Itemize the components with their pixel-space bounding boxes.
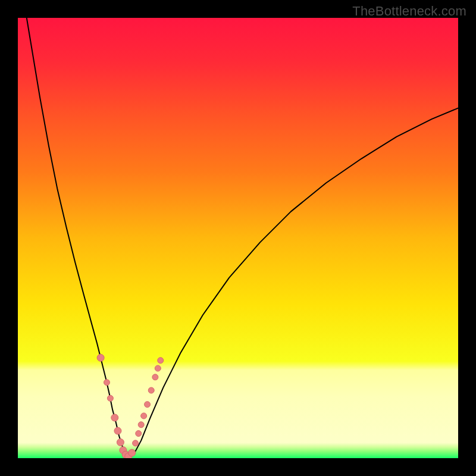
plot-area [18,18,458,458]
data-marker [158,358,164,364]
data-marker [111,414,118,421]
data-marker [145,402,151,408]
data-marker [155,365,161,371]
data-marker [97,354,104,361]
data-marker [114,427,121,434]
data-marker [138,422,144,428]
data-marker [104,380,109,386]
data-marker [152,374,158,380]
data-marker [141,413,147,419]
chart-svg [18,18,458,458]
chart-frame: TheBottleneck.com [0,0,476,476]
data-marker [136,431,142,437]
data-marker [117,439,124,446]
data-marker [107,395,113,401]
data-marker [133,440,139,446]
data-marker [129,449,136,456]
watermark-text: TheBottleneck.com [352,4,466,19]
gradient-background [18,18,458,458]
data-marker [148,387,154,393]
